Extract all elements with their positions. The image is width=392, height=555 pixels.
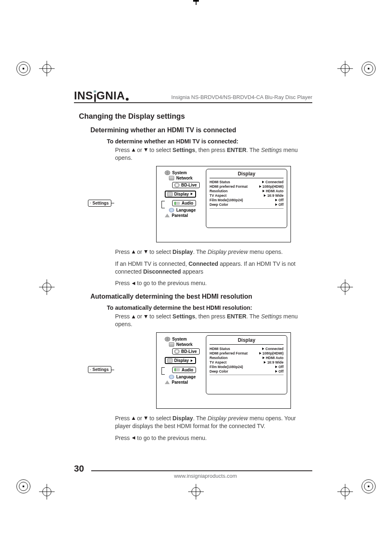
step-heading: To determine whether an HDMI TV is conne…	[107, 138, 312, 145]
right-triangle-icon	[263, 190, 265, 192]
osd-bracket	[161, 367, 165, 375]
osd-settings-chip: Settings	[88, 366, 111, 373]
osd-row-value: 16:9 Wide	[267, 193, 284, 198]
instruction-text: Press to go to the previous menu.	[115, 279, 312, 287]
osd-sidebar: System Network BD-Live Display Audio Lan…	[165, 170, 200, 219]
osd-row-label: TV Aspect	[210, 193, 226, 198]
osd-menu-audio: Audio	[182, 201, 193, 205]
osd-menu-system: System	[172, 337, 187, 341]
left-triangle-icon	[132, 282, 135, 285]
registration-mark	[362, 479, 376, 493]
instruction-text: If an HDMI TV is connected, Connected ap…	[115, 260, 312, 276]
osd-settings-chip: Settings	[88, 200, 111, 207]
osd-menu-bdlive: BD-Live	[181, 183, 197, 187]
osd-row-value: 1080p(HDMI)	[263, 184, 284, 189]
crosshair-mark	[39, 484, 55, 500]
osd-row-label: HDMI Status	[210, 347, 230, 351]
right-triangle-icon	[275, 370, 277, 373]
up-triangle-icon	[132, 250, 135, 253]
osd-menu-network: Network	[176, 342, 192, 347]
osd-display-panel: Display HDMI StatusConnected HDMI prefer…	[206, 169, 287, 228]
footer-divider	[91, 470, 312, 471]
osd-display-panel: Display HDMI StatusConnected HDMI prefer…	[206, 335, 287, 394]
osd-menu-language: Language	[176, 375, 196, 379]
globe-icon	[169, 375, 174, 379]
osd-row-label: HDMI preferred Format	[210, 184, 248, 189]
disc-icon	[174, 183, 180, 187]
osd-row-label: Deep Color	[210, 369, 228, 373]
instruction-text: Press or to select Settings, then press …	[115, 146, 312, 162]
instruction-text: Press to go to the previous menu.	[115, 434, 312, 442]
osd-screenshot: System Network BD-Live Display Audio Lan…	[156, 332, 291, 409]
gear-icon	[90, 369, 91, 370]
audio-icon	[174, 368, 180, 371]
osd-row-label: TV Aspect	[210, 360, 226, 364]
osd-row-label: Deep Color	[210, 203, 228, 207]
osd-row-value: HDMI Auto	[266, 189, 284, 193]
down-triangle-icon	[144, 250, 148, 253]
osd-bracket	[161, 201, 165, 208]
osd-row-value: Off	[279, 369, 284, 373]
registration-mark	[16, 62, 30, 76]
crosshair-mark	[337, 484, 353, 500]
model-line: Insignia NS-BRDVD4/NS-BRDVD4-CA Blu-Ray …	[133, 94, 312, 101]
osd-menu-display: Display	[174, 358, 189, 363]
osd-menu-language: Language	[176, 208, 196, 212]
right-triangle-icon	[262, 181, 264, 183]
crosshair-mark	[337, 279, 353, 295]
osd-row-value: 1080p(HDMI)	[263, 351, 284, 355]
page-number: 30	[74, 464, 84, 473]
section-heading: Changing the Display settings	[79, 112, 312, 121]
right-triangle-icon	[259, 185, 261, 188]
osd-row-value: Off	[279, 365, 284, 369]
up-triangle-icon	[132, 417, 135, 420]
osd-menu-display: Display	[174, 192, 189, 196]
crosshair-mark	[39, 279, 55, 295]
right-triangle-icon	[263, 357, 265, 359]
osd-row-label: Resolution	[210, 189, 228, 193]
registration-mark	[16, 479, 30, 493]
brand-text-left: INS	[74, 90, 93, 101]
osd-row-value: Connected	[265, 180, 284, 184]
osd-row-label: HDMI preferred Format	[210, 351, 248, 355]
right-triangle-icon	[275, 203, 277, 206]
display-icon	[167, 358, 173, 363]
globe-icon	[169, 208, 174, 212]
header: INSGNIA Insignia NS-BRDVD4/NS-BRDVD4-CA …	[74, 90, 312, 103]
subsection-heading-best-resolution: Automatically determining the best HDMI …	[90, 293, 312, 300]
right-triangle-icon	[264, 194, 266, 197]
down-triangle-icon	[144, 315, 148, 318]
audio-icon	[174, 202, 180, 205]
instruction-text: Press or to select Settings, then press …	[115, 313, 312, 328]
brand-text-right: GNIA	[97, 90, 125, 101]
osd-row-value: HDMI Auto	[266, 356, 284, 360]
subsection-heading-hdmi-connected: Determining whether an HDMI TV is connec…	[90, 127, 312, 134]
disc-icon	[174, 349, 180, 354]
instruction-text: Press or to select Display. The Display …	[115, 415, 312, 430]
instruction-text: Press or to select Display. The Display …	[115, 248, 312, 256]
page-content: INSGNIA Insignia NS-BRDVD4/NS-BRDVD4-CA …	[74, 90, 312, 446]
display-icon	[167, 192, 173, 196]
osd-menu-network: Network	[176, 176, 192, 180]
right-triangle-icon	[262, 348, 264, 350]
osd-row-value: Off	[279, 203, 284, 207]
osd-sidebar: System Network BD-Live Display Audio Lan…	[165, 336, 200, 385]
osd-settings-label: Settings	[92, 367, 108, 372]
up-triangle-icon	[132, 315, 135, 318]
crosshair-mark	[188, 484, 204, 500]
network-icon	[169, 342, 174, 347]
up-triangle-icon	[132, 148, 135, 152]
parental-icon	[165, 380, 170, 384]
right-triangle-icon	[275, 366, 277, 368]
down-triangle-icon	[144, 417, 148, 420]
osd-row-value: 16:9 Wide	[267, 360, 284, 364]
right-triangle-icon	[264, 361, 266, 364]
osd-screenshot: System Network BD-Live Display Audio Lan…	[156, 166, 291, 242]
right-triangle-icon	[275, 199, 277, 201]
osd-menu-system: System	[172, 170, 187, 175]
step-heading: To automatically determine the best HDMI…	[107, 304, 312, 311]
gear-icon	[90, 203, 91, 203]
osd-row-label: Resolution	[210, 356, 228, 360]
right-triangle-icon	[259, 352, 261, 355]
footer-url: www.insigniaproducts.com	[99, 473, 312, 479]
